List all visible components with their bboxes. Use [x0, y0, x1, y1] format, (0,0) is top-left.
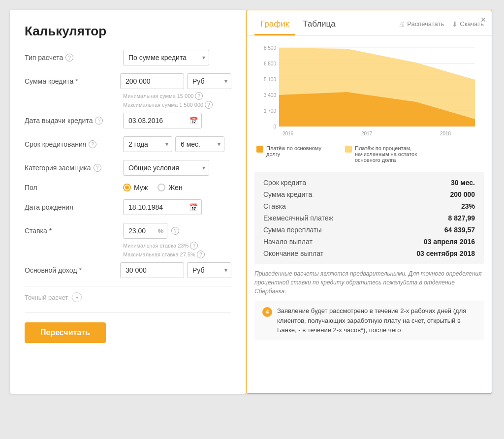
legend-principal-color	[256, 146, 263, 153]
borrower-category-help-icon[interactable]: ?	[94, 164, 101, 172]
birth-date-input[interactable]	[123, 199, 202, 215]
rate-max-help-icon[interactable]: ?	[197, 251, 205, 258]
loan-max-hint: Максимальная сумма 1 500 000 ?	[123, 101, 231, 109]
term-months-select[interactable]: 0 мес. 1 мес. 2 мес. 3 мес. 4 мес. 5 мес…	[175, 136, 224, 152]
tab-graph[interactable]: График	[254, 16, 295, 35]
loan-amount-row: Сумма кредита * Руб USD EUR	[25, 73, 231, 89]
print-button[interactable]: 🖨 Распечатать	[398, 20, 444, 28]
download-button[interactable]: ⬇ Скачать	[452, 20, 484, 28]
loan-max-help-icon[interactable]: ?	[205, 101, 213, 109]
birth-date-wrap: 📅	[123, 199, 202, 215]
calculator-panel: Калькулятор Тип расчета ? По сумме креди…	[10, 10, 246, 394]
summary-row-monthly: Ежемесячный платеж 8 827,99	[263, 214, 475, 222]
income-label: Основной доход *	[25, 266, 120, 274]
birth-date-row: Дата рождения 📅	[25, 199, 231, 215]
gender-male-label[interactable]: Муж	[123, 184, 148, 191]
borrower-category-label: Категория заемщика ?	[25, 164, 123, 172]
loan-amount-hints: Минимальная сумма 15 000 ? Максимальная …	[123, 92, 231, 109]
calc-type-help-icon[interactable]: ?	[65, 54, 73, 62]
loan-currency-select[interactable]: Руб USD EUR	[187, 73, 231, 89]
calculator-title: Калькулятор	[25, 24, 231, 39]
rate-hints: Минимальная ставка 23% ? Максимальная ст…	[123, 242, 231, 258]
gender-female-radio[interactable]	[158, 184, 165, 191]
exact-calc-toggle[interactable]: Точный расчет ▾	[25, 292, 231, 302]
income-input[interactable]	[120, 262, 184, 278]
notification-number: 4	[262, 307, 272, 317]
summary-row-overpayment: Сумма переплаты 64 839,57	[263, 226, 475, 234]
rate-input-wrap: %	[123, 223, 167, 239]
issue-date-label: Дата выдачи кредита ?	[25, 117, 123, 125]
legend-interest-color	[345, 146, 352, 153]
separator	[25, 286, 231, 286]
term-years-select[interactable]: 1 год 2 года 3 года 4 года 5 лет	[123, 136, 172, 152]
borrower-category-control: Общие условия Зарплатный клиент Сотрудни…	[123, 160, 231, 176]
loan-amount-label: Сумма кредита *	[25, 77, 120, 85]
exact-calc-arrow-icon[interactable]: ▾	[72, 292, 82, 302]
chart-svg: 8 500 6 800 5 100 3 400 1 700 0	[254, 43, 484, 141]
svg-text:3 400: 3 400	[264, 93, 276, 98]
svg-text:1 700: 1 700	[264, 108, 276, 114]
calc-type-select-wrap: По сумме кредита По платежу	[123, 50, 209, 65]
loan-currency-select-wrap: Руб USD EUR	[187, 73, 231, 89]
term-years-wrap: 1 год 2 года 3 года 4 года 5 лет	[123, 136, 172, 152]
summary-row-rate: Ставка 23%	[263, 202, 475, 210]
gender-radio-group: Муж Жен	[123, 184, 183, 191]
summary-box: Срок кредита 30 мес. Сумма кредита 200 0…	[254, 172, 484, 264]
term-months-wrap: 0 мес. 1 мес. 2 мес. 3 мес. 4 мес. 5 мес…	[175, 136, 224, 152]
svg-text:2016: 2016	[283, 131, 294, 136]
legend-principal: Платёж по основному долгу	[256, 145, 335, 163]
summary-row-term: Срок кредита 30 мес.	[263, 179, 475, 187]
issue-date-help-icon[interactable]: ?	[95, 117, 103, 125]
calc-type-select[interactable]: По сумме кредита По платежу	[123, 50, 209, 65]
notification-text: Заявление будет рассмотрено в течение 2-…	[277, 306, 476, 335]
exact-calc-label: Точный расчет	[25, 294, 68, 301]
term-control: 1 год 2 года 3 года 4 года 5 лет 0 мес. …	[123, 136, 231, 152]
borrower-category-select[interactable]: Общие условия Зарплатный клиент Сотрудни…	[123, 160, 209, 176]
svg-text:2018: 2018	[440, 131, 451, 136]
chart-svg-wrap: 8 500 6 800 5 100 3 400 1 700 0	[254, 43, 484, 141]
print-icon: 🖨	[398, 20, 405, 28]
tabs-row: График Таблица 🖨 Распечатать ⬇ Скачать	[247, 10, 492, 36]
income-row: Основной доход * Руб USD EUR	[25, 262, 231, 278]
income-currency-select[interactable]: Руб USD EUR	[187, 262, 231, 278]
download-icon: ⬇	[452, 20, 458, 28]
issue-date-wrap: 📅	[123, 113, 202, 128]
summary-row-amount: Сумма кредита 200 000	[263, 190, 475, 198]
rate-help-icon[interactable]: ?	[171, 227, 179, 235]
summary-row-end: Окончание выплат 03 сентября 2018	[263, 250, 475, 257]
birth-date-label: Дата рождения	[25, 203, 123, 211]
gender-female-label[interactable]: Жен	[158, 184, 182, 191]
graph-panel: × График Таблица 🖨 Распечатать ⬇ Скачать	[246, 10, 492, 394]
rate-max-hint: Максимальная ставка 27.5% ?	[123, 251, 231, 258]
separator2	[25, 312, 231, 313]
birth-date-control: 📅	[123, 199, 231, 215]
chart-area: 8 500 6 800 5 100 3 400 1 700 0	[247, 36, 492, 167]
rate-min-help-icon[interactable]: ?	[190, 242, 198, 250]
tab-table[interactable]: Таблица	[297, 16, 342, 35]
loan-min-hint: Минимальная сумма 15 000 ?	[123, 92, 231, 100]
loan-amount-input[interactable]	[120, 73, 184, 89]
svg-text:2017: 2017	[361, 131, 373, 136]
gender-control: Муж Жен	[123, 184, 231, 191]
term-label: Срок кредитования ?	[25, 140, 123, 148]
gender-label: Пол	[25, 184, 123, 191]
notification-area: 4 Заявление будет рассмотрено в течение …	[254, 301, 484, 340]
calc-type-row: Тип расчета ? По сумме кредита По платеж…	[25, 50, 231, 65]
term-help-icon[interactable]: ?	[89, 140, 96, 148]
svg-text:6 800: 6 800	[264, 61, 276, 66]
summary-row-start: Начало выплат 03 апреля 2016	[263, 238, 475, 246]
close-button[interactable]: ×	[480, 15, 486, 24]
recalculate-button[interactable]: Пересчитать	[25, 322, 106, 343]
loan-min-help-icon[interactable]: ?	[195, 92, 203, 100]
term-row: Срок кредитования ? 1 год 2 года 3 года …	[25, 136, 231, 152]
borrower-category-select-wrap: Общие условия Зарплатный клиент Сотрудни…	[123, 160, 209, 176]
rate-label: Ставка *	[25, 227, 123, 235]
legend-interest: Платёж по процентам, начисленным на оста…	[345, 145, 424, 163]
income-control: Руб USD EUR	[120, 262, 231, 278]
issue-date-control: 📅	[123, 113, 231, 128]
svg-text:5 100: 5 100	[264, 77, 276, 82]
svg-text:0: 0	[273, 124, 276, 129]
issue-date-input[interactable]	[123, 113, 202, 128]
loan-amount-control: Руб USD EUR	[120, 73, 231, 89]
gender-male-radio[interactable]	[123, 184, 131, 191]
